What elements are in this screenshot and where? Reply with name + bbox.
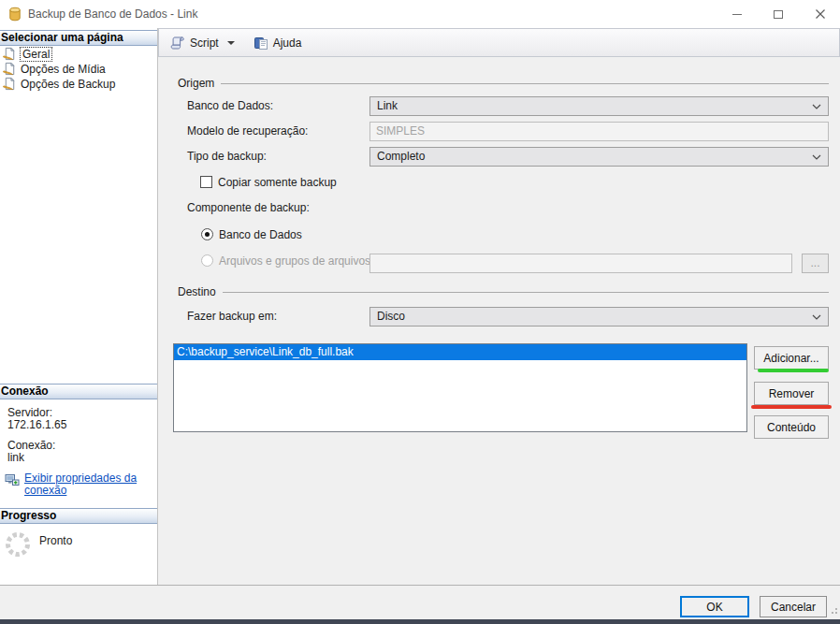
sidebar-item-label: Opções de Backup [21,78,115,91]
footer-bar: OK Cancelar [0,585,840,619]
toolbar: Script Ajuda [158,28,840,57]
close-icon [815,8,826,20]
spinner-icon [4,530,32,561]
server-properties-icon [5,472,20,487]
adicionar-button[interactable]: Adicionar... [754,346,829,370]
minimize-button[interactable] [721,0,753,28]
sidebar-item-geral[interactable]: Geral [3,47,51,61]
recovery-model-label: Modelo de recuperação: [187,122,308,141]
sidebar-item-label: Geral [21,48,51,61]
database-icon [7,7,22,22]
chevron-down-icon [812,104,821,109]
window-bottom-edge [0,619,840,624]
sidebar: Selecionar uma página Geral Opções de Mí… [0,28,158,585]
origem-group-label: Origem [178,77,214,90]
page-icon [3,47,17,61]
view-connection-properties-link[interactable]: Exibir propriedades da conexão [24,472,148,497]
backup-type-label: Tipo de backup: [187,147,267,167]
window-title: Backup de Banco de Dados - Link [28,0,197,28]
group-divider [223,292,829,293]
backup-to-selected-value: Disco [377,308,812,326]
chevron-down-icon [812,314,821,320]
pages-header: Selecionar uma página [0,30,157,46]
component-label: Componente de backup: [187,201,310,214]
help-button[interactable]: Ajuda [251,32,305,54]
cancel-button[interactable]: Cancelar [760,596,827,617]
minimize-icon [732,14,742,15]
origem-group: Origem [178,77,829,90]
remove-annotation-underline [751,405,832,409]
maximize-button[interactable] [762,0,794,28]
login-label: Conexão: [7,439,55,452]
backup-type-selected-value: Completo [377,148,812,166]
backup-type-combobox[interactable]: Completo [369,147,829,167]
backup-dialog-window: Backup de Banco de Dados - Link Selecion… [0,0,840,624]
remover-button[interactable]: Remover [754,382,829,405]
close-button[interactable] [804,0,836,28]
radio-db-label: Banco de Dados [219,228,302,241]
connection-header: Conexão [0,384,157,399]
scroll-icon [170,36,185,51]
help-book-icon [253,36,268,51]
radio-files-label: Arquivos e grupos de arquivos: [219,254,373,268]
chevron-down-icon [812,154,821,160]
sidebar-item-opcoes-backup[interactable]: Opções de Backup [3,77,115,91]
chevron-down-icon [227,41,235,45]
conteudo-button[interactable]: Conteúdo [754,415,829,439]
database-selected-value: Link [377,97,812,115]
page-icon [3,77,17,91]
radio-banco-de-dados[interactable]: Banco de Dados [201,227,302,241]
backup-file-list[interactable]: C:\backup_service\Link_db_full.bak [173,343,747,432]
recovery-model-field: SIMPLES [369,122,829,141]
files-groups-field [369,254,792,273]
backup-to-label: Fazer backup em: [187,307,277,327]
maximize-icon [774,10,783,19]
progress-status: Pronto [39,534,72,547]
copy-only-label: Copiar somente backup [218,176,337,189]
main-panel: Script Ajuda Origem Banco de Dados: [158,28,840,585]
server-value: 172.16.1.65 [7,418,66,431]
destino-group: Destino [178,285,829,298]
browse-button: ... [802,254,829,273]
database-combobox[interactable]: Link [369,96,829,116]
ok-button[interactable]: OK [680,596,749,617]
connection-properties-row: Exibir propriedades da conexão [5,472,148,497]
sidebar-item-label: Opções de Mídia [21,63,106,76]
sidebar-item-opcoes-midia[interactable]: Opções de Mídia [3,62,106,76]
titlebar: Backup de Banco de Dados - Link [0,0,840,28]
script-button[interactable]: Script [167,32,238,54]
checkbox-icon [200,176,212,188]
backup-to-combobox[interactable]: Disco [369,307,829,327]
file-list-item[interactable]: C:\backup_service\Link_db_full.bak [174,344,746,360]
destino-group-label: Destino [178,285,216,298]
script-label: Script [190,36,219,50]
help-label: Ajuda [273,36,302,50]
radio-selected-icon [201,228,213,240]
radio-unselected-icon [201,254,213,267]
add-annotation-underline [758,369,829,372]
radio-arquivos-grupos: Arquivos e grupos de arquivos: [201,254,373,268]
server-label: Servidor: [7,406,52,419]
copy-only-checkbox[interactable]: Copiar somente backup [200,175,337,189]
login-value: link [7,451,24,464]
group-divider [221,83,829,84]
progress-header: Progresso [0,508,157,524]
resize-grip[interactable] [828,604,838,617]
database-label: Banco de Dados: [187,96,273,116]
page-icon [3,62,17,76]
